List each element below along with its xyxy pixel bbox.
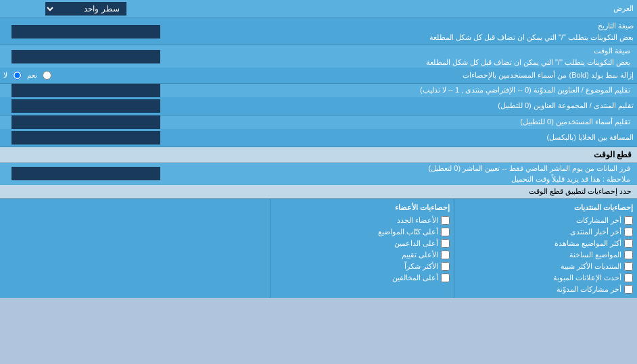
bold-radio-cell: نعم لا [0, 68, 171, 83]
cb-last-posts: أخر المشاركات [458, 215, 633, 226]
header-row: العرض سطر واحد سطرين ثلاثة أسطر [0, 0, 637, 18]
bold-remove-row: إزالة نمط بولد (Bold) من أسماء المستخدمي… [0, 68, 637, 83]
cb-most-thanked-input[interactable] [441, 262, 450, 271]
checkbox-section-row: حدد إحصاءيات لتطبيق قطع الوقت إحصاءيات ا… [0, 185, 637, 298]
header-dropdown-cell: سطر واحد سطرين ثلاثة أسطر [0, 0, 171, 18]
time-format-label: صيغة الوقت بعض التكوينات يتطلب "/" التي … [171, 45, 637, 68]
topic-title-input-cell: 33 [0, 83, 171, 97]
cb-latest-news: أخر أخبار المنتدى [458, 226, 633, 238]
date-format-sublabel: بعض التكوينات يتطلب "/" التي يمكن ان تضا… [429, 33, 634, 41]
space-input-cell: 2 [0, 129, 171, 147]
time-format-input[interactable]: H:i [11, 50, 160, 63]
cb-top-violators: أعلى المخالفين [275, 272, 449, 284]
username-text: تقليم أسماء المستخدمين (0 للتطبيل) [520, 118, 630, 126]
cb-top-topic-writers: أعلى كتّاب المواضيع [275, 226, 449, 238]
forum-title-text: تقليم المنتدى / المجموعة العناوين (0 للت… [498, 101, 634, 109]
forums-stats-col: إحصاءيات المنتديات أخر المشاركات أخر أخب… [454, 199, 637, 298]
bold-yes-radio[interactable] [43, 71, 51, 80]
topic-title-text: تقليم الموضوع / العناوين المدوّنة (0 -- … [420, 86, 630, 94]
time-cut-header-row: قطع الوقت [0, 147, 637, 162]
username-input-cell: 0 [0, 115, 171, 129]
cb-hot-topics: المواضيع الساخنة [458, 249, 633, 261]
time-cut-note: ملاحظة : هذا قد يزيد قليلاً وقت التحميل [511, 175, 630, 183]
bold-no-label: لا [3, 71, 7, 80]
cb-top-supporters-input[interactable] [441, 239, 450, 248]
bold-remove-title: إزالة نمط بولد (Bold) من أسماء المستخدمي… [463, 71, 634, 79]
date-format-input-cell: d-m [0, 18, 171, 45]
space-input[interactable]: 2 [11, 131, 160, 145]
forums-stats-header: إحصاءيات المنتديات [458, 202, 633, 215]
cb-new-members-input[interactable] [441, 216, 450, 225]
cb-blog-posts-input[interactable] [624, 285, 633, 294]
empty-col [0, 199, 270, 298]
forum-title-input[interactable]: 33 [11, 99, 160, 113]
time-cut-input-cell: 0 [0, 162, 171, 185]
forum-title-input-cell: 33 [0, 97, 171, 115]
forum-title-row: تقليم المنتدى / المجموعة العناوين (0 للت… [0, 97, 637, 115]
bold-radio-group: نعم لا [3, 71, 168, 80]
settings-table: العرض سطر واحد سطرين ثلاثة أسطر صيغة الت… [0, 0, 637, 298]
checkbox-section-cell: حدد إحصاءيات لتطبيق قطع الوقت إحصاءيات ا… [0, 185, 637, 298]
cb-top-violators-input[interactable] [441, 274, 450, 282]
topic-title-input[interactable]: 33 [11, 84, 160, 97]
cb-top-rated-input[interactable] [441, 251, 450, 259]
time-cut-label: فرز البيانات من يوم الماشر الماضي فقط --… [171, 162, 637, 185]
cb-new-members: الأعضاء الجدد [275, 215, 449, 226]
members-stats-col: إحصاءيات الأعضاء الأعضاء الجدد أعلى كتّا… [270, 199, 453, 298]
time-format-row: صيغة الوقت بعض التكوينات يتطلب "/" التي … [0, 45, 637, 68]
bold-no-radio[interactable] [13, 71, 22, 80]
cb-most-viewed: أكثر المواضيع مشاهدة [458, 238, 633, 249]
stats-header: حدد إحصاءيات لتطبيق قطع الوقت [0, 185, 637, 199]
cb-latest-classified-input[interactable] [624, 274, 633, 282]
cb-top-topic-writers-input[interactable] [441, 228, 450, 236]
space-row: المسافة بين الخلايا (بالبكسل) 2 [0, 129, 637, 147]
time-format-input-cell: H:i [0, 45, 171, 68]
time-cut-section-header: قطع الوقت [0, 147, 637, 162]
cb-blog-posts: أخر مشاركات المدوّنة [458, 284, 633, 295]
cb-last-posts-input[interactable] [624, 216, 633, 225]
cb-hot-topics-input[interactable] [624, 251, 633, 259]
space-text: المسافة بين الخلايا (بالبكسل) [547, 133, 634, 141]
time-cut-input[interactable]: 0 [11, 167, 160, 180]
time-cut-text: فرز البيانات من يوم الماشر الماضي فقط --… [429, 164, 630, 172]
cb-top-rated: الأعلى تقييم [275, 249, 449, 261]
cb-most-thanked: الأكثر شكراً [275, 261, 449, 272]
bold-yes-label: نعم [27, 71, 37, 80]
cb-latest-classified: أحدث الإعلانات المبوبة [458, 272, 633, 284]
members-stats-header: إحصاءيات الأعضاء [275, 202, 449, 215]
username-row: تقليم أسماء المستخدمين (0 للتطبيل) 0 [0, 115, 637, 129]
topic-title-label: تقليم الموضوع / العناوين المدوّنة (0 -- … [171, 83, 637, 97]
username-label: تقليم أسماء المستخدمين (0 للتطبيل) [171, 115, 637, 129]
date-format-label: صيغة التاريخ بعض التكوينات يتطلب "/" الت… [171, 18, 637, 45]
checkbox-area: إحصاءيات المنتديات أخر المشاركات أخر أخب… [0, 199, 637, 298]
topic-title-row: تقليم الموضوع / العناوين المدوّنة (0 -- … [0, 83, 637, 97]
header-label: العرض [171, 0, 637, 18]
time-format-sublabel: بعض التكوينات يتطلب "/" التي يمكن ان تضا… [426, 58, 630, 66]
date-format-row: صيغة التاريخ بعض التكوينات يتطلب "/" الت… [0, 18, 637, 45]
cb-most-similar: المنتديات الأكثر شبية [458, 261, 633, 272]
date-format-input[interactable]: d-m [11, 25, 160, 38]
header-title: العرض [613, 4, 634, 12]
cb-latest-news-input[interactable] [624, 228, 633, 236]
space-label: المسافة بين الخلايا (بالبكسل) [171, 129, 637, 147]
username-input[interactable]: 0 [11, 115, 160, 129]
forum-title-label: تقليم المنتدى / المجموعة العناوين (0 للت… [171, 97, 637, 115]
time-format-title: صيغة الوقت [594, 47, 630, 55]
cb-most-viewed-input[interactable] [624, 239, 633, 248]
bold-remove-label: إزالة نمط بولد (Bold) من أسماء المستخدمي… [171, 68, 637, 83]
display-select[interactable]: سطر واحد سطرين ثلاثة أسطر [45, 2, 126, 16]
cb-most-similar-input[interactable] [624, 262, 633, 271]
cb-top-supporters: أعلى الداعمين [275, 238, 449, 249]
date-format-title: صيغة التاريخ [598, 22, 634, 30]
time-cut-row: فرز البيانات من يوم الماشر الماضي فقط --… [0, 162, 637, 185]
